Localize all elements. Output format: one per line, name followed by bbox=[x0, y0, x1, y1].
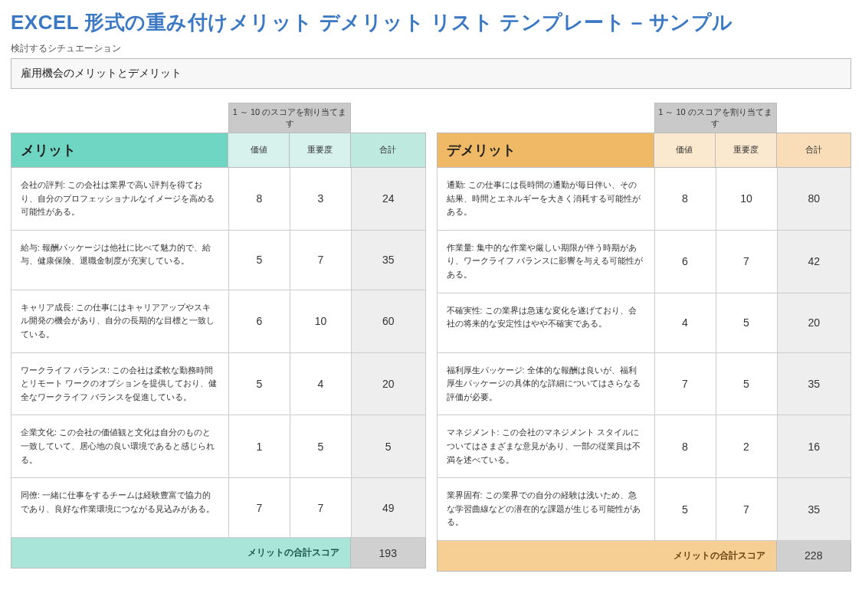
row-description: 福利厚生パッケージ: 全体的な報酬は良いが、福利厚生パッケージの具体的な詳細につ… bbox=[437, 353, 654, 416]
row-description: キャリア成長: この仕事にはキャリアアップやスキル開発の機会があり、自分の長期的… bbox=[11, 290, 228, 353]
score-note: 1 ～ 10 のスコアを割り当てます bbox=[654, 103, 777, 133]
table-row: 業界固有: この業界での自分の経験は浅いため、急な学習曲線などの潜在的な課題が生… bbox=[437, 478, 852, 541]
score-note: 1 ～ 10 のスコアを割り当てます bbox=[228, 103, 351, 133]
header-value: 価値 bbox=[228, 133, 290, 168]
table-row: ワークライフ バランス: この会社は柔軟な勤務時間とリモート ワークのオプション… bbox=[11, 353, 426, 416]
row-description: 業界固有: この業界での自分の経験は浅いため、急な学習曲線などの潜在的な課題が生… bbox=[437, 478, 654, 541]
pros-rows: 会社の評判: この会社は業界で高い評判を得ており、自分のプロフェッショナルなイメ… bbox=[11, 168, 426, 538]
row-total: 35 bbox=[777, 478, 852, 541]
row-value: 5 bbox=[654, 478, 716, 541]
header-total: 合計 bbox=[351, 133, 426, 168]
pros-column: 1 ～ 10 のスコアを割り当てます メリット 価値 重要度 合計 会社の評判:… bbox=[11, 103, 426, 572]
row-importance: 7 bbox=[716, 478, 777, 541]
row-value: 5 bbox=[228, 353, 290, 416]
row-importance: 7 bbox=[716, 231, 777, 293]
row-importance: 3 bbox=[290, 168, 351, 231]
row-total: 35 bbox=[777, 353, 852, 416]
table-row: 同僚: 一緒に仕事をするチームは経験豊富で協力的であり、良好な作業環境につながる… bbox=[11, 478, 426, 538]
table-row: 通勤: この仕事には長時間の通勤が毎日伴い、その結果、時間とエネルギーを大きく消… bbox=[437, 168, 852, 231]
row-value: 8 bbox=[228, 168, 290, 231]
row-importance: 5 bbox=[716, 353, 777, 416]
row-value: 6 bbox=[654, 231, 716, 293]
cons-total-score: 228 bbox=[777, 541, 852, 572]
cons-heading: デメリット bbox=[437, 133, 654, 168]
row-value: 6 bbox=[228, 290, 290, 353]
pros-header-row: メリット 価値 重要度 合計 bbox=[11, 133, 426, 168]
row-total: 35 bbox=[351, 231, 426, 290]
row-total: 49 bbox=[351, 478, 426, 538]
table-row: マネジメント: この会社のマネジメント スタイルについてはさまざまな意見があり、… bbox=[437, 415, 852, 478]
table-row: キャリア成長: この仕事にはキャリアアップやスキル開発の機会があり、自分の長期的… bbox=[11, 290, 426, 353]
row-description: 作業量: 集中的な作業や厳しい期限が伴う時期があり、ワークライフ バランスに影響… bbox=[437, 231, 654, 293]
row-total: 20 bbox=[351, 353, 426, 416]
row-description: 会社の評判: この会社は業界で高い評判を得ており、自分のプロフェッショナルなイメ… bbox=[11, 168, 228, 231]
table-row: 不確実性: この業界は急速な変化を遂げており、会社の将来的な安定性はやや不確実で… bbox=[437, 293, 852, 353]
row-value: 1 bbox=[228, 415, 290, 478]
row-total: 24 bbox=[351, 168, 426, 231]
row-total: 16 bbox=[777, 415, 852, 478]
row-value: 7 bbox=[654, 353, 716, 416]
row-description: ワークライフ バランス: この会社は柔軟な勤務時間とリモート ワークのオプション… bbox=[11, 353, 228, 416]
page-title: EXCEL 形式の重み付けメリット デメリット リスト テンプレート – サンプ… bbox=[11, 9, 851, 36]
row-description: マネジメント: この会社のマネジメント スタイルについてはさまざまな意見があり、… bbox=[437, 415, 654, 478]
situation-box: 雇用機会のメリットとデメリット bbox=[11, 58, 851, 89]
row-importance: 2 bbox=[716, 415, 777, 478]
cons-total-label: メリットの合計スコア bbox=[437, 541, 777, 572]
table-row: 会社の評判: この会社は業界で高い評判を得ており、自分のプロフェッショナルなイメ… bbox=[11, 168, 426, 231]
row-total: 80 bbox=[777, 168, 852, 231]
row-importance: 4 bbox=[290, 353, 351, 416]
row-description: 給与: 報酬パッケージは他社に比べて魅力的で、給与、健康保険、退職金制度が充実し… bbox=[11, 231, 228, 290]
cons-rows: 通勤: この仕事には長時間の通勤が毎日伴い、その結果、時間とエネルギーを大きく消… bbox=[437, 168, 852, 541]
header-total: 合計 bbox=[777, 133, 852, 168]
row-total: 42 bbox=[777, 231, 852, 293]
row-importance: 10 bbox=[290, 290, 351, 353]
row-total: 60 bbox=[351, 290, 426, 353]
row-value: 5 bbox=[228, 231, 290, 290]
header-value: 価値 bbox=[654, 133, 716, 168]
table-row: 福利厚生パッケージ: 全体的な報酬は良いが、福利厚生パッケージの具体的な詳細につ… bbox=[437, 353, 852, 416]
row-description: 企業文化: この会社の価値観と文化は自分のものと一致していて、居心地の良い環境で… bbox=[11, 415, 228, 478]
row-importance: 5 bbox=[290, 415, 351, 478]
cons-total-row: メリットの合計スコア 228 bbox=[437, 541, 852, 572]
row-value: 4 bbox=[654, 293, 716, 353]
cons-column: 1 ～ 10 のスコアを割り当てます デメリット 価値 重要度 合計 通勤: こ… bbox=[437, 103, 852, 572]
row-description: 不確実性: この業界は急速な変化を遂げており、会社の将来的な安定性はやや不確実で… bbox=[437, 293, 654, 353]
row-importance: 5 bbox=[716, 293, 777, 353]
pros-total-score: 193 bbox=[351, 538, 426, 568]
subtitle: 検討するシチュエーション bbox=[11, 42, 851, 55]
table-row: 作業量: 集中的な作業や厳しい期限が伴う時期があり、ワークライフ バランスに影響… bbox=[437, 231, 852, 293]
pros-total-label: メリットの合計スコア bbox=[11, 538, 351, 568]
row-value: 7 bbox=[228, 478, 290, 538]
header-importance: 重要度 bbox=[716, 133, 777, 168]
row-description: 通勤: この仕事には長時間の通勤が毎日伴い、その結果、時間とエネルギーを大きく消… bbox=[437, 168, 654, 231]
row-value: 8 bbox=[654, 168, 716, 231]
table-row: 企業文化: この会社の価値観と文化は自分のものと一致していて、居心地の良い環境で… bbox=[11, 415, 426, 478]
row-value: 8 bbox=[654, 415, 716, 478]
row-total: 5 bbox=[351, 415, 426, 478]
pros-heading: メリット bbox=[11, 133, 228, 168]
row-total: 20 bbox=[777, 293, 852, 353]
row-importance: 10 bbox=[716, 168, 777, 231]
row-description: 同僚: 一緒に仕事をするチームは経験豊富で協力的であり、良好な作業環境につながる… bbox=[11, 478, 228, 538]
pros-total-row: メリットの合計スコア 193 bbox=[11, 538, 426, 568]
table-row: 給与: 報酬パッケージは他社に比べて魅力的で、給与、健康保険、退職金制度が充実し… bbox=[11, 231, 426, 290]
header-importance: 重要度 bbox=[290, 133, 351, 168]
cons-header-row: デメリット 価値 重要度 合計 bbox=[437, 133, 852, 168]
row-importance: 7 bbox=[290, 478, 351, 538]
row-importance: 7 bbox=[290, 231, 351, 290]
